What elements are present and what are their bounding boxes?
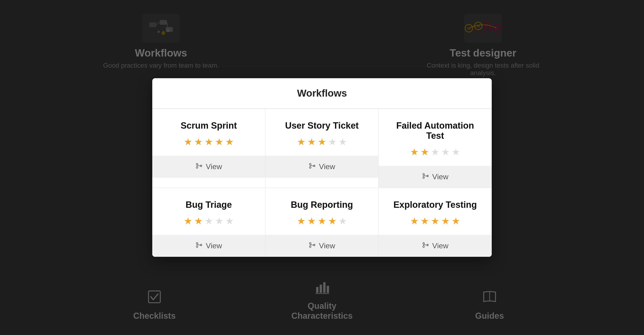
star-empty: ★ xyxy=(328,136,336,147)
workflow-card-bug-reporting: Bug Reporting★★★★★ View xyxy=(266,188,378,257)
view-label-bug-triage: View xyxy=(206,242,222,250)
workflow-icon xyxy=(196,242,202,250)
view-button-bug-triage[interactable]: View xyxy=(152,235,265,257)
workflow-card-scrum-sprint: Scrum Sprint★★★★★ View xyxy=(152,109,266,188)
workflow-name-exploratory-testing: Exploratory Testing xyxy=(394,200,477,210)
view-label-user-story-ticket: View xyxy=(319,162,335,171)
workflow-card-bug-triage: Bug Triage★★★★★ View xyxy=(152,188,266,257)
workflow-icon xyxy=(308,162,315,171)
star-filled: ★ xyxy=(215,136,224,147)
modal-header: Workflows xyxy=(152,78,492,109)
workflow-card-user-story-ticket: User Story Ticket★★★★★ View xyxy=(266,109,378,188)
workflow-stars-scrum-sprint: ★★★★★ xyxy=(184,136,234,147)
star-empty: ★ xyxy=(215,216,224,226)
workflow-card-exploratory-testing: Exploratory Testing★★★★★ View xyxy=(378,188,492,257)
star-filled: ★ xyxy=(204,136,213,147)
workflow-card-failed-automation-test: Failed Automation Test★★★★★ View xyxy=(378,109,492,188)
workflow-name-bug-triage: Bug Triage xyxy=(186,200,232,210)
workflow-stars-failed-automation-test: ★★★★★ xyxy=(410,147,460,157)
star-filled: ★ xyxy=(410,147,419,157)
modal-title: Workflows xyxy=(166,88,478,99)
star-empty: ★ xyxy=(225,216,234,226)
modal-overlay[interactable]: Workflows Scrum Sprint★★★★★ ViewUser Sto… xyxy=(0,0,644,335)
star-filled: ★ xyxy=(225,136,234,147)
star-filled: ★ xyxy=(318,216,326,226)
view-button-scrum-sprint[interactable]: View xyxy=(152,156,265,178)
star-filled: ★ xyxy=(318,136,326,147)
star-filled: ★ xyxy=(184,136,192,147)
star-filled: ★ xyxy=(420,147,429,157)
view-label-scrum-sprint: View xyxy=(206,162,222,171)
star-filled: ★ xyxy=(441,216,450,226)
workflow-icon xyxy=(422,172,428,181)
star-empty: ★ xyxy=(452,147,460,157)
star-empty: ★ xyxy=(338,216,347,226)
workflow-grid: Scrum Sprint★★★★★ ViewUser Story Ticket★… xyxy=(152,109,492,257)
star-filled: ★ xyxy=(328,216,336,226)
view-button-bug-reporting[interactable]: View xyxy=(266,235,378,257)
workflows-modal: Workflows Scrum Sprint★★★★★ ViewUser Sto… xyxy=(152,78,492,257)
star-empty: ★ xyxy=(338,136,347,147)
workflow-icon xyxy=(422,242,428,250)
star-filled: ★ xyxy=(452,216,460,226)
star-filled: ★ xyxy=(297,216,306,226)
star-filled: ★ xyxy=(431,216,440,226)
view-button-user-story-ticket[interactable]: View xyxy=(266,156,378,178)
workflow-stars-bug-reporting: ★★★★★ xyxy=(297,216,347,226)
star-empty: ★ xyxy=(204,216,213,226)
star-filled: ★ xyxy=(184,216,192,226)
workflow-name-failed-automation-test: Failed Automation Test xyxy=(388,121,482,141)
star-filled: ★ xyxy=(308,136,316,147)
view-label-failed-automation-test: View xyxy=(432,172,448,181)
workflow-stars-exploratory-testing: ★★★★★ xyxy=(410,216,460,226)
star-empty: ★ xyxy=(441,147,450,157)
workflow-stars-user-story-ticket: ★★★★★ xyxy=(297,136,347,147)
star-filled: ★ xyxy=(308,216,316,226)
star-empty: ★ xyxy=(431,147,440,157)
workflow-stars-bug-triage: ★★★★★ xyxy=(184,216,234,226)
star-filled: ★ xyxy=(420,216,429,226)
view-label-bug-reporting: View xyxy=(319,242,335,250)
view-label-exploratory-testing: View xyxy=(432,242,448,250)
star-filled: ★ xyxy=(194,216,203,226)
workflow-icon xyxy=(196,162,202,171)
workflow-name-bug-reporting: Bug Reporting xyxy=(291,200,353,210)
view-button-exploratory-testing[interactable]: View xyxy=(378,235,492,257)
star-filled: ★ xyxy=(194,136,203,147)
star-filled: ★ xyxy=(410,216,419,226)
workflow-name-user-story-ticket: User Story Ticket xyxy=(285,121,359,131)
star-filled: ★ xyxy=(297,136,306,147)
workflow-name-scrum-sprint: Scrum Sprint xyxy=(180,121,237,131)
view-button-failed-automation-test[interactable]: View xyxy=(378,166,492,188)
workflow-icon xyxy=(308,242,315,250)
